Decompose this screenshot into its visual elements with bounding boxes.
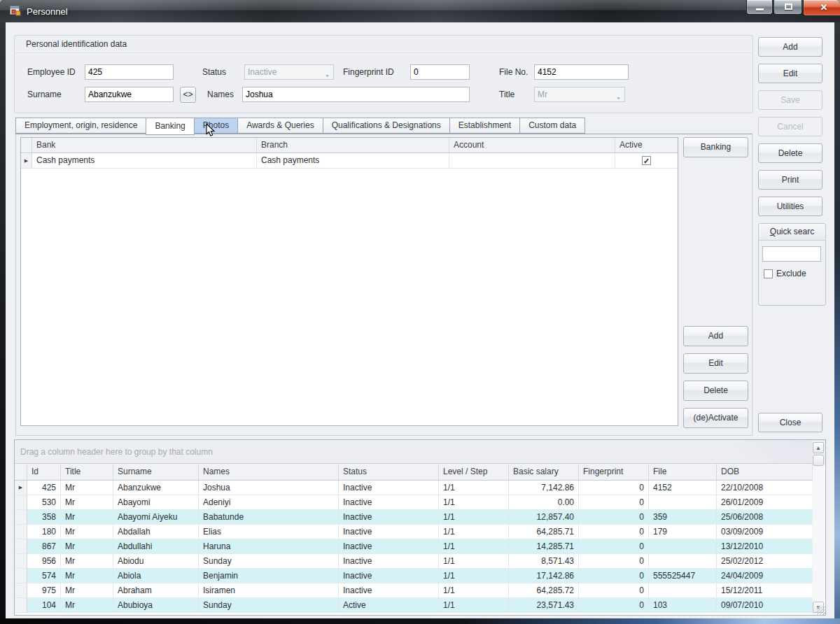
cell-dob: 26/01/2009	[717, 495, 813, 510]
utilities-button[interactable]: Utilities	[758, 197, 822, 216]
cell-names: Babatunde	[199, 510, 339, 525]
tab-employment-origin-residence[interactable]: Employment, origin, residence	[15, 118, 146, 134]
column-header-file[interactable]: File	[649, 464, 717, 480]
personnel-row[interactable]: 180MrAbdallahEliasInactive1/164,285.7101…	[15, 525, 813, 539]
column-header-status[interactable]: Status	[339, 464, 439, 480]
file-no-field[interactable]	[534, 64, 629, 80]
personnel-row[interactable]: ▶425MrAbanzukweJoshuaInactive1/17,142.86…	[15, 481, 813, 495]
maximize-icon	[785, 3, 792, 10]
cell-file	[649, 539, 717, 554]
close-window-button[interactable]: ✕	[803, 0, 840, 16]
employee-id-label: Employee ID	[27, 67, 76, 78]
status-label: Status	[202, 67, 226, 78]
row-indicator	[15, 554, 27, 569]
banking-deactivate-button[interactable]: (de)Activate	[683, 408, 748, 428]
cell-fingerprint: 0	[579, 481, 649, 495]
fingerprint-id-field[interactable]	[410, 64, 470, 80]
title-bar[interactable]: Personnel	[0, 0, 840, 22]
column-header-active[interactable]: Active	[615, 138, 678, 153]
delete-button[interactable]: Delete	[758, 143, 822, 163]
cell-names: Elias	[199, 525, 339, 539]
tab-awards-queries[interactable]: Awards & Queries	[237, 118, 323, 134]
cell-id: 867	[27, 539, 61, 554]
employee-id-field[interactable]	[85, 64, 174, 80]
cell-dob: 22/10/2008	[717, 481, 813, 495]
minimize-button[interactable]	[746, 0, 773, 15]
maximize-button[interactable]	[774, 0, 802, 15]
personnel-row[interactable]: 975MrAbrahamIsiramenInactive1/164,285.72…	[15, 583, 813, 598]
tab-photos[interactable]: Photos	[194, 118, 238, 134]
quick-search-input[interactable]	[762, 246, 821, 262]
personnel-row[interactable]: 358MrAbayomi AiyekuBabatundeInactive1/11…	[15, 510, 813, 525]
cancel-button[interactable]: Cancel	[758, 117, 822, 136]
size-grip[interactable]	[817, 607, 825, 615]
add-button[interactable]: Add	[758, 37, 822, 57]
banking-delete-button[interactable]: Delete	[683, 381, 748, 401]
cell-account	[449, 153, 615, 169]
banking-button[interactable]: Banking	[683, 137, 748, 157]
vertical-scrollbar[interactable]: ▲ ▼	[812, 441, 825, 614]
banking-edit-button[interactable]: Edit	[683, 353, 748, 374]
banking-add-button[interactable]: Add	[683, 326, 748, 346]
exclude-label: Exclude	[776, 269, 806, 278]
close-button[interactable]: Close	[758, 413, 822, 432]
cell-status: Active	[339, 598, 439, 613]
scrollbar-thumb[interactable]	[813, 455, 824, 466]
scroll-up-icon[interactable]: ▲	[813, 442, 824, 453]
chevron-down-icon: ▼	[325, 69, 330, 83]
cell-title: Mr	[61, 598, 113, 613]
column-header-account[interactable]: Account	[449, 138, 615, 153]
exclude-checkbox[interactable]	[764, 269, 773, 278]
column-header-title[interactable]: Title	[61, 464, 113, 480]
tab-custom-data[interactable]: Custom data	[519, 118, 585, 134]
personnel-row[interactable]: 104MrAbubioyaSundayActive1/123,571.43010…	[15, 598, 813, 613]
tab-establishment[interactable]: Establishment	[449, 118, 520, 134]
personnel-grid-panel: Drag a column header here to group by th…	[14, 439, 826, 616]
column-header-basic-salary[interactable]: Basic salary	[509, 464, 579, 480]
personnel-row[interactable]: 867MrAbdullahiHarunaInactive1/114,285.71…	[15, 539, 813, 554]
banking-row[interactable]: ▶ Cash payments Cash payments ✓	[21, 153, 678, 169]
cell-branch: Cash payments	[257, 153, 449, 169]
cell-fingerprint: 0	[579, 510, 649, 525]
client-area: Personal identification data Employee ID…	[6, 22, 834, 618]
swap-names-button[interactable]: <>	[180, 87, 196, 103]
group-by-panel[interactable]: Drag a column header here to group by th…	[15, 440, 825, 464]
save-button[interactable]: Save	[758, 90, 822, 110]
active-checkbox[interactable]: ✓	[642, 156, 651, 165]
cell-fingerprint: 0	[579, 525, 649, 539]
quick-search-header[interactable]: Quick searc	[759, 224, 825, 241]
personnel-row[interactable]: 530MrAbayomiAdeniyiInactive1/10.00026/01…	[15, 495, 813, 510]
cell-id: 975	[27, 583, 61, 598]
cell-basic-salary: 64,285.72	[509, 583, 579, 598]
column-header-fingerprint[interactable]: Fingerprint	[579, 464, 649, 480]
row-indicator	[15, 525, 27, 539]
edit-button[interactable]: Edit	[758, 64, 822, 83]
column-header-names[interactable]: Names	[199, 464, 339, 480]
cell-title: Mr	[61, 554, 113, 569]
column-header-id[interactable]: Id	[27, 464, 61, 480]
column-header-level-step[interactable]: Level / Step	[439, 464, 509, 480]
surname-field[interactable]	[85, 87, 174, 102]
column-header-bank[interactable]: Bank	[32, 138, 257, 153]
personnel-row[interactable]: 574MrAbiolaBenjaminInactive1/117,142.860…	[15, 569, 813, 583]
cell-dob: 09/07/2010	[717, 598, 813, 613]
column-header-dob[interactable]: DOB	[717, 464, 813, 480]
tab-qualifications-designations[interactable]: Qualifications & Designations	[323, 118, 450, 134]
cell-status: Inactive	[339, 554, 439, 569]
cell-file: 359	[649, 510, 717, 525]
names-field[interactable]	[242, 87, 470, 102]
cell-dob: 24/04/2009	[717, 569, 813, 583]
tab-banking[interactable]: Banking	[146, 118, 194, 135]
personnel-row[interactable]: 956MrAbioduSundayInactive1/18,571.43025/…	[15, 554, 813, 569]
print-button[interactable]: Print	[758, 170, 822, 190]
status-combo[interactable]: Inactive ▼	[244, 64, 334, 80]
column-header-branch[interactable]: Branch	[257, 138, 449, 153]
column-header-surname[interactable]: Surname	[113, 464, 199, 480]
cell-fingerprint: 0	[579, 583, 649, 598]
cell-level-step: 1/1	[439, 495, 509, 510]
title-combo[interactable]: Mr ▼	[534, 87, 625, 102]
tab-strip: Employment, origin, residence Banking Ph…	[15, 118, 584, 134]
cell-status: Inactive	[339, 569, 439, 583]
cell-basic-salary: 64,285.71	[509, 525, 579, 539]
cell-dob: 03/09/2009	[717, 525, 813, 539]
